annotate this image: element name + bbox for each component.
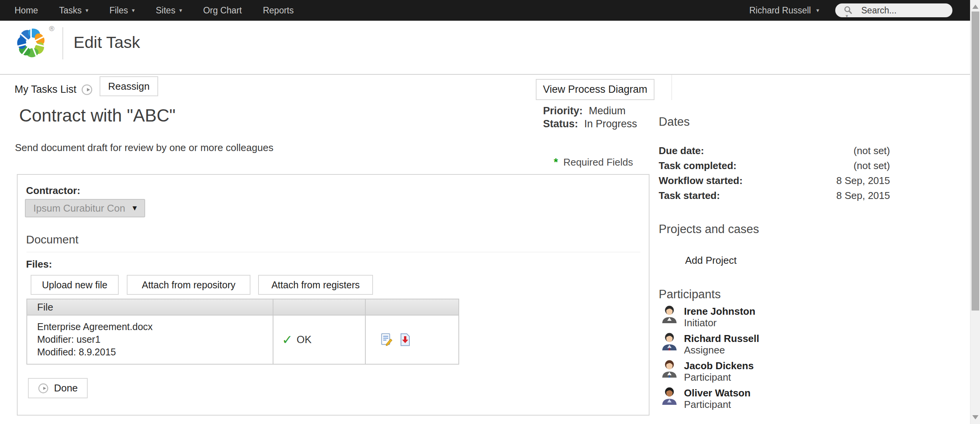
go-arrow-icon[interactable] [81,84,93,95]
chevron-down-icon: ▾ [85,7,88,14]
date-row: Due date:(not set) [659,145,890,157]
header-divider [0,74,970,75]
task-description: Send document draft for review by one or… [15,142,273,154]
view-process-diagram-button[interactable]: View Process Diagram [536,79,654,100]
participant-texts: Richard Russell Assignee [684,332,759,356]
nav-files-label: Files [110,5,128,16]
avatar [660,386,679,405]
date-label: Workflow started: [659,174,743,187]
nav-sites-label: Sites [156,5,175,16]
participants-section-title: Participants [659,288,721,301]
file-info-cell: Enterprise Agreement.docx Modifier: user… [27,316,273,364]
date-value: 8 Sep, 2015 [836,189,890,202]
nav-item-home[interactable]: Home [15,5,38,16]
contractor-label: Contractor: [26,185,80,197]
contractor-dropdown[interactable]: Ipsum Curabitur Con ▼ [25,199,145,217]
required-fields-label: Required Fields [563,156,633,168]
participant-texts: Oliver Watson Participant [684,386,751,410]
participant-row: Jacob Dickens Participant [660,359,759,386]
actions-column-header [365,299,458,315]
date-row: Task completed:(not set) [659,159,890,172]
attach-from-registers-button[interactable]: Attach from registers [258,275,373,295]
vertical-scrollbar[interactable] [970,0,980,424]
date-label: Due date: [659,145,704,157]
file-column-header: File [27,299,273,315]
priority-status-block: Priority:Medium Status:In Progress [543,104,637,130]
scroll-up-arrow-icon[interactable] [972,5,978,9]
avatar [660,305,679,323]
nav-item-reports[interactable]: Reports [263,5,294,16]
contractor-selected-value: Ipsum Curabitur Con [33,202,128,214]
done-label: Done [54,382,78,394]
search-box[interactable]: ▾ [835,3,952,17]
file-status-cell: ✓ OK [273,316,365,364]
priority-row: Priority:Medium [543,104,637,117]
date-value: 8 Sep, 2015 [836,174,890,187]
top-nav: Home Tasks▾ Files▾ Sites▾ Org Chart Repo… [0,0,970,21]
avatar [660,332,679,350]
participant-name: Irene Johnston [684,305,755,317]
participant-role: Participant [684,372,754,383]
reassign-button[interactable]: Reassign [100,76,158,96]
priority-label: Priority: [543,105,583,117]
participant-name: Richard Russell [684,332,759,345]
files-table-header-row: File [27,299,458,316]
content-sidebar-divider [671,75,672,100]
search-options-chevron-icon: ▾ [846,13,848,19]
nav-item-tasks[interactable]: Tasks▾ [59,5,88,16]
nav-org-chart-label: Org Chart [203,5,242,16]
alfresco-logo [15,25,49,61]
nav-item-sites[interactable]: Sites▾ [156,5,182,16]
required-asterisk-icon: * [554,156,558,168]
nav-item-org-chart[interactable]: Org Chart [203,5,242,16]
nav-home-label: Home [15,5,38,16]
attach-registers-label: Attach from registers [272,279,360,291]
upload-new-file-button[interactable]: Upload new file [31,275,119,295]
add-project-link[interactable]: Add Project [685,255,736,266]
nav-right-cluster: Richard Russell ▾ ▾ [749,3,952,17]
projects-section-title: Projects and cases [659,222,759,236]
file-row: Enterprise Agreement.docx Modifier: user… [27,316,458,364]
date-value: (not set) [854,145,890,157]
participant-texts: Irene Johnston Initiator [684,305,755,329]
my-tasks-list-link[interactable]: My Tasks List [15,84,77,95]
participant-row: Richard Russell Assignee [660,332,759,359]
upload-label: Upload new file [42,279,108,291]
file-modifier: Modifier: user1 [37,333,265,346]
done-button[interactable]: Done [28,378,88,398]
scroll-down-arrow-icon[interactable] [972,415,978,419]
chevron-down-icon: ▾ [179,7,182,14]
files-label: Files: [26,258,52,270]
chevron-down-icon: ▾ [132,7,135,14]
participant-name: Jacob Dickens [684,360,754,372]
participant-row: Irene Johnston Initiator [660,305,759,332]
edit-document-icon[interactable] [381,333,393,346]
status-value: In Progress [584,118,637,130]
date-label: Task started: [659,189,720,202]
required-fields-note: * Required Fields [554,156,633,168]
status-label: Status: [543,118,578,130]
edit-task-page: Home Tasks▾ Files▾ Sites▾ Org Chart Repo… [0,0,980,424]
check-icon: ✓ [282,334,293,345]
file-header-label: File [37,301,53,313]
participant-name: Oliver Watson [684,387,751,399]
file-actions-cell [365,316,458,364]
user-name: Richard Russell [749,5,811,16]
files-table: File Enterprise Agreement.docx Modifier:… [26,299,459,365]
registered-trademark: ® [49,25,54,33]
status-row: Status:In Progress [543,117,637,130]
priority-value: Medium [589,105,626,117]
scrollbar-thumb[interactable] [972,12,979,311]
download-document-icon[interactable] [400,333,410,346]
attach-from-repository-button[interactable]: Attach from repository [127,275,250,295]
nav-item-files[interactable]: Files▾ [110,5,135,16]
file-status-text: OK [297,334,312,346]
search-input[interactable] [861,5,933,16]
search-icon[interactable]: ▾ [844,6,853,15]
participant-row: Oliver Watson Participant [660,386,759,414]
reassign-label: Reassign [108,81,149,92]
task-title: Contract with "ABC" [19,105,175,126]
page-title: Edit Task [74,33,140,52]
date-row: Workflow started:8 Sep, 2015 [659,174,890,187]
user-menu[interactable]: Richard Russell ▾ [749,5,819,16]
